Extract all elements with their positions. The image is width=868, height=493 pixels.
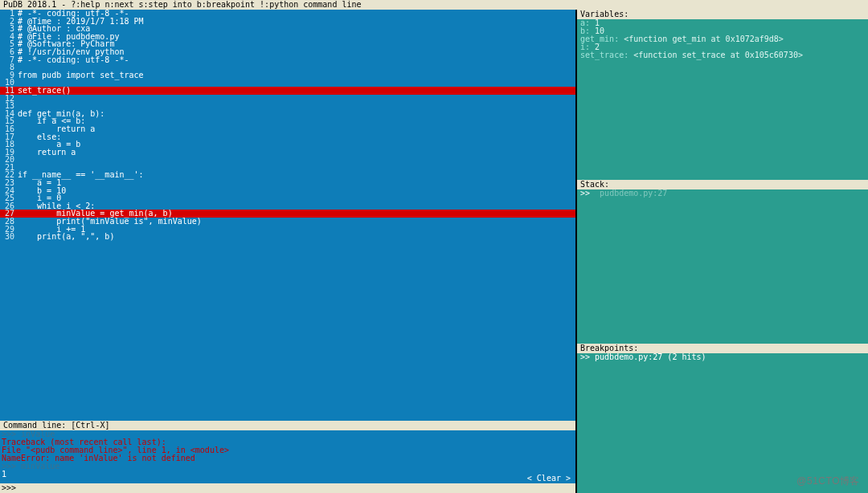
command-line-row: NameError: name 'inValue' is not defined (2, 454, 574, 462)
line-number: 6 (0, 48, 18, 56)
variables-pane[interactable]: a: 1b: 10get_min: <function get_min at 0… (577, 19, 868, 180)
line-number: 3 (0, 25, 18, 33)
code-line[interactable]: 18 a = b (0, 141, 575, 149)
variables-header: Variables: (577, 10, 868, 19)
variable-row[interactable]: get_min: <function get_min at 0x1072af9d… (577, 35, 868, 43)
code-text (18, 79, 575, 87)
code-line[interactable]: 23 a = 1 (0, 179, 575, 187)
code-text: a = 1 (18, 179, 575, 187)
code-text: if a <= b: (18, 117, 575, 125)
line-number: 7 (0, 56, 18, 64)
code-line[interactable]: 10 (0, 79, 575, 87)
code-text: # -*- coding: utf-8 -*- (18, 56, 575, 64)
code-line[interactable]: 9from pudb import set_trace (0, 71, 575, 79)
stack-frame[interactable]: >> pudbdemo.py:27 (577, 189, 868, 198)
command-prompt[interactable]: >>> (0, 483, 575, 493)
code-text (18, 95, 575, 103)
code-text: i = 0 (18, 194, 575, 202)
code-line[interactable]: 17 else: (0, 133, 575, 141)
command-line-header: Command line: [Ctrl-X] (0, 421, 575, 430)
code-line[interactable]: 20 (0, 156, 575, 164)
code-text: b = 10 (18, 187, 575, 195)
code-text: from pudb import set_trace (18, 71, 575, 79)
frame-arrow-icon: >> (580, 189, 595, 198)
line-number: 30 (0, 233, 18, 241)
code-text: print("minValue is", minValue) (18, 218, 575, 226)
code-line[interactable]: 30 print(a, ",", b) (0, 233, 575, 241)
code-line[interactable]: 12 (0, 95, 575, 103)
variable-row[interactable]: set_trace: <function set_trace at 0x105c… (577, 51, 868, 59)
breakpoint-row[interactable]: >> pudbdemo.py:27 (2 hits) (577, 353, 868, 361)
code-text: return a (18, 149, 575, 157)
frame-location: pudbdemo.py:27 (600, 189, 667, 198)
code-line[interactable]: 22if __name__ == '__main__': (0, 171, 575, 179)
line-number: 2 (0, 18, 18, 26)
code-text: print(a, ",", b) (18, 233, 575, 241)
code-line[interactable]: 16 return a (0, 125, 575, 133)
command-line-pane[interactable]: >>> inValueTraceback (most recent call l… (0, 430, 575, 483)
variable-value: <function get_min at 0x1072af9d8> (624, 35, 784, 43)
code-line[interactable]: 7# -*- coding: utf-8 -*- (0, 56, 575, 64)
line-number: 1 (0, 10, 18, 18)
source-code-pane[interactable]: 1# -*- coding: utf-8 -*-2# @Time : 2019/… (0, 10, 575, 421)
variable-value: <function set_trace at 0x105c60730> (633, 51, 803, 59)
code-text: return a (18, 125, 575, 133)
watermark: @51CTO博客 (796, 475, 860, 488)
breakpoints-pane[interactable]: >> pudbdemo.py:27 (2 hits) (577, 353, 868, 493)
line-number: 4 (0, 33, 18, 41)
stack-header: Stack: (577, 180, 868, 189)
command-line-row: 1 (2, 471, 574, 479)
code-text: a = b (18, 141, 575, 149)
code-line[interactable]: 19 return a (0, 149, 575, 157)
line-number: 5 (0, 40, 18, 48)
breakpoint-text: pudbdemo.py:27 (2 hits) (595, 353, 706, 361)
code-text: if __name__ == '__main__': (18, 171, 575, 179)
line-number: 8 (0, 63, 18, 71)
title-bar: PuDB 2018.1 - ?:help n:next s:step into … (0, 0, 868, 10)
variable-name: set_trace: (580, 51, 633, 59)
clear-button[interactable]: < Clear > (527, 475, 571, 483)
bkpt-arrow-icon: >> (580, 353, 595, 361)
code-text: # @Time : 2019/1/7 1:18 PM (18, 18, 575, 26)
code-line[interactable]: 28 print("minValue is", minValue) (0, 218, 575, 226)
code-text: def get_min(a, b): (18, 110, 575, 118)
command-line-row: >>> minValue (2, 462, 574, 471)
stack-pane[interactable]: >> pudbdemo.py:27 (577, 189, 868, 344)
code-line[interactable]: 11set_trace() (0, 87, 575, 95)
code-line[interactable]: 24 b = 10 (0, 187, 575, 195)
code-text (18, 156, 575, 164)
code-line[interactable]: 14def get_min(a, b): (0, 110, 575, 118)
breakpoints-header: Breakpoints: (577, 344, 868, 353)
variable-row[interactable]: a: 1 (577, 19, 868, 27)
code-text: else: (18, 133, 575, 141)
code-text: set_trace() (18, 87, 575, 95)
